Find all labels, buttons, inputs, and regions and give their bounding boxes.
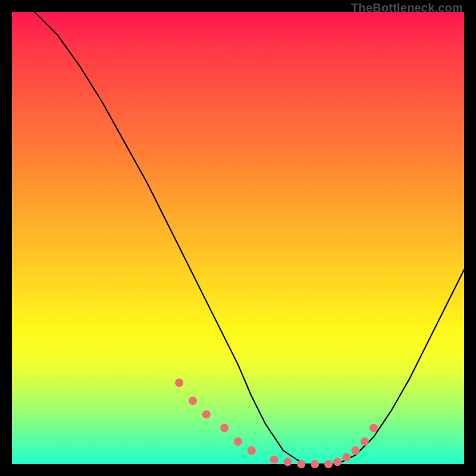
highlight-point (270, 455, 278, 464)
highlight-point (369, 424, 378, 432)
marker-layer (175, 378, 378, 468)
highlight-point (220, 424, 228, 432)
highlight-point (284, 458, 292, 466)
highlight-point (189, 397, 197, 405)
highlight-point (248, 446, 256, 455)
highlight-point (297, 460, 305, 468)
curve-layer (35, 12, 464, 464)
highlight-point (352, 446, 360, 455)
highlight-point (311, 460, 319, 468)
highlight-point (175, 378, 183, 387)
highlight-point (361, 437, 369, 446)
highlight-point (342, 453, 350, 462)
highlight-point (333, 458, 342, 466)
highlight-point (324, 460, 333, 468)
highlight-point (234, 437, 242, 446)
bottleneck-curve (35, 12, 464, 464)
chart-svg (12, 12, 464, 464)
highlight-point (202, 410, 211, 418)
